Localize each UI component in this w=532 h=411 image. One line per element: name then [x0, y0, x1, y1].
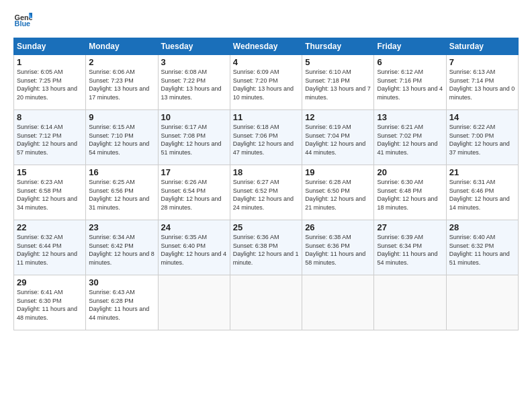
calendar-cell: 10Sunrise: 6:17 AMSunset: 7:08 PMDayligh… [158, 110, 230, 165]
logo-icon: General Blue [13, 11, 32, 30]
day-number: 7 [449, 57, 515, 67]
day-number: 11 [233, 112, 299, 122]
calendar-cell: 4Sunrise: 6:09 AMSunset: 7:20 PMDaylight… [230, 55, 302, 110]
calendar-cell: 7Sunrise: 6:13 AMSunset: 7:14 PMDaylight… [446, 55, 518, 110]
day-info: Sunrise: 6:18 AMSunset: 7:06 PMDaylight:… [233, 123, 299, 156]
day-number: 17 [161, 167, 227, 177]
day-info: Sunrise: 6:22 AMSunset: 7:00 PMDaylight:… [449, 123, 515, 156]
day-info: Sunrise: 6:17 AMSunset: 7:08 PMDaylight:… [161, 123, 227, 156]
day-number: 29 [17, 277, 83, 287]
calendar-week-row: 29Sunrise: 6:41 AMSunset: 6:30 PMDayligh… [14, 275, 519, 330]
calendar-cell: 6Sunrise: 6:12 AMSunset: 7:16 PMDaylight… [374, 55, 446, 110]
day-info: Sunrise: 6:26 AMSunset: 6:54 PMDaylight:… [161, 178, 227, 212]
calendar-cell: 25Sunrise: 6:36 AMSunset: 6:38 PMDayligh… [230, 220, 302, 275]
day-number: 9 [89, 112, 154, 122]
day-number: 12 [305, 112, 371, 122]
day-number: 27 [377, 222, 443, 232]
calendar-cell: 14Sunrise: 6:22 AMSunset: 7:00 PMDayligh… [446, 110, 518, 165]
day-info: Sunrise: 6:35 AMSunset: 6:40 PMDaylight:… [161, 233, 227, 267]
day-info: Sunrise: 6:27 AMSunset: 6:52 PMDaylight:… [233, 178, 299, 212]
calendar-cell: 18Sunrise: 6:27 AMSunset: 6:52 PMDayligh… [230, 165, 302, 220]
day-info: Sunrise: 6:30 AMSunset: 6:48 PMDaylight:… [377, 178, 443, 212]
day-number: 18 [233, 167, 299, 177]
day-number: 13 [377, 112, 443, 122]
day-info: Sunrise: 6:38 AMSunset: 6:36 PMDaylight:… [305, 233, 371, 267]
day-number: 26 [305, 222, 371, 232]
day-info: Sunrise: 6:15 AMSunset: 7:10 PMDaylight:… [89, 123, 154, 156]
day-number: 14 [449, 112, 515, 122]
calendar-header-row: SundayMondayTuesdayWednesdayThursdayFrid… [14, 38, 519, 55]
day-info: Sunrise: 6:41 AMSunset: 6:30 PMDaylight:… [17, 288, 83, 322]
day-info: Sunrise: 6:06 AMSunset: 7:23 PMDaylight:… [89, 68, 154, 101]
calendar-cell: 28Sunrise: 6:40 AMSunset: 6:32 PMDayligh… [446, 220, 518, 275]
calendar-cell: 5Sunrise: 6:10 AMSunset: 7:18 PMDaylight… [302, 55, 374, 110]
day-number: 28 [449, 222, 515, 232]
col-header-thursday: Thursday [302, 38, 374, 55]
calendar-cell: 12Sunrise: 6:19 AMSunset: 7:04 PMDayligh… [302, 110, 374, 165]
calendar-cell: 23Sunrise: 6:34 AMSunset: 6:42 PMDayligh… [86, 220, 158, 275]
calendar-cell: 17Sunrise: 6:26 AMSunset: 6:54 PMDayligh… [158, 165, 230, 220]
day-info: Sunrise: 6:39 AMSunset: 6:34 PMDaylight:… [377, 233, 443, 267]
calendar-cell: 2Sunrise: 6:06 AMSunset: 7:23 PMDaylight… [86, 55, 158, 110]
day-number: 1 [17, 57, 83, 67]
day-number: 3 [161, 57, 227, 67]
col-header-monday: Monday [86, 38, 158, 55]
calendar-cell: 24Sunrise: 6:35 AMSunset: 6:40 PMDayligh… [158, 220, 230, 275]
calendar-week-row: 1Sunrise: 6:05 AMSunset: 7:25 PMDaylight… [14, 55, 519, 110]
day-number: 5 [305, 57, 371, 67]
day-number: 24 [161, 222, 227, 232]
day-info: Sunrise: 6:12 AMSunset: 7:16 PMDaylight:… [377, 68, 443, 101]
calendar-week-row: 15Sunrise: 6:23 AMSunset: 6:58 PMDayligh… [14, 165, 519, 220]
day-info: Sunrise: 6:43 AMSunset: 6:28 PMDaylight:… [89, 288, 154, 322]
calendar-cell [446, 275, 518, 330]
calendar-week-row: 22Sunrise: 6:32 AMSunset: 6:44 PMDayligh… [14, 220, 519, 275]
col-header-wednesday: Wednesday [230, 38, 302, 55]
logo: General Blue [13, 11, 35, 30]
day-info: Sunrise: 6:05 AMSunset: 7:25 PMDaylight:… [17, 68, 83, 101]
day-info: Sunrise: 6:28 AMSunset: 6:50 PMDaylight:… [305, 178, 371, 212]
calendar-cell: 9Sunrise: 6:15 AMSunset: 7:10 PMDaylight… [86, 110, 158, 165]
day-number: 20 [377, 167, 443, 177]
day-number: 2 [89, 57, 154, 67]
day-info: Sunrise: 6:14 AMSunset: 7:12 PMDaylight:… [17, 123, 83, 156]
calendar-cell: 11Sunrise: 6:18 AMSunset: 7:06 PMDayligh… [230, 110, 302, 165]
day-number: 16 [89, 167, 154, 177]
day-number: 10 [161, 112, 227, 122]
day-number: 6 [377, 57, 443, 67]
col-header-sunday: Sunday [14, 38, 86, 55]
calendar-cell: 30Sunrise: 6:43 AMSunset: 6:28 PMDayligh… [86, 275, 158, 330]
calendar-cell: 22Sunrise: 6:32 AMSunset: 6:44 PMDayligh… [14, 220, 86, 275]
day-number: 19 [305, 167, 371, 177]
calendar-cell [302, 275, 374, 330]
day-info: Sunrise: 6:19 AMSunset: 7:04 PMDaylight:… [305, 123, 371, 156]
day-info: Sunrise: 6:31 AMSunset: 6:46 PMDaylight:… [449, 178, 515, 212]
day-info: Sunrise: 6:08 AMSunset: 7:22 PMDaylight:… [161, 68, 227, 101]
calendar-cell: 3Sunrise: 6:08 AMSunset: 7:22 PMDaylight… [158, 55, 230, 110]
day-info: Sunrise: 6:21 AMSunset: 7:02 PMDaylight:… [377, 123, 443, 156]
day-info: Sunrise: 6:40 AMSunset: 6:32 PMDaylight:… [449, 233, 515, 267]
calendar-cell: 29Sunrise: 6:41 AMSunset: 6:30 PMDayligh… [14, 275, 86, 330]
day-info: Sunrise: 6:36 AMSunset: 6:38 PMDaylight:… [233, 233, 299, 267]
col-header-tuesday: Tuesday [158, 38, 230, 55]
calendar-week-row: 8Sunrise: 6:14 AMSunset: 7:12 PMDaylight… [14, 110, 519, 165]
day-info: Sunrise: 6:23 AMSunset: 6:58 PMDaylight:… [17, 178, 83, 212]
col-header-friday: Friday [374, 38, 446, 55]
day-info: Sunrise: 6:32 AMSunset: 6:44 PMDaylight:… [17, 233, 83, 267]
calendar-cell: 21Sunrise: 6:31 AMSunset: 6:46 PMDayligh… [446, 165, 518, 220]
calendar-cell: 1Sunrise: 6:05 AMSunset: 7:25 PMDaylight… [14, 55, 86, 110]
calendar-cell: 19Sunrise: 6:28 AMSunset: 6:50 PMDayligh… [302, 165, 374, 220]
col-header-saturday: Saturday [446, 38, 518, 55]
calendar-cell: 20Sunrise: 6:30 AMSunset: 6:48 PMDayligh… [374, 165, 446, 220]
day-number: 25 [233, 222, 299, 232]
calendar-cell: 27Sunrise: 6:39 AMSunset: 6:34 PMDayligh… [374, 220, 446, 275]
day-number: 22 [17, 222, 83, 232]
calendar-cell [230, 275, 302, 330]
day-number: 4 [233, 57, 299, 67]
day-number: 23 [89, 222, 154, 232]
day-number: 15 [17, 167, 83, 177]
day-info: Sunrise: 6:25 AMSunset: 6:56 PMDaylight:… [89, 178, 154, 212]
day-info: Sunrise: 6:13 AMSunset: 7:14 PMDaylight:… [449, 68, 515, 101]
day-info: Sunrise: 6:09 AMSunset: 7:20 PMDaylight:… [233, 68, 299, 101]
calendar-cell [374, 275, 446, 330]
page-header: General Blue [13, 11, 519, 30]
